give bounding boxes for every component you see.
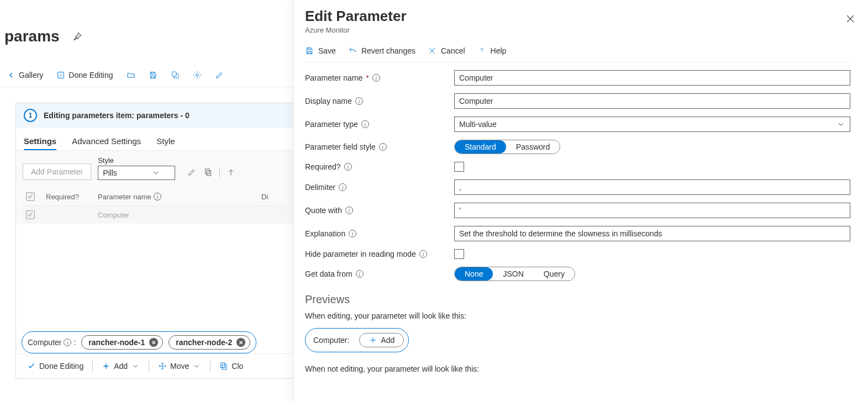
separator	[210, 361, 211, 372]
settings-top-button[interactable]	[191, 68, 204, 82]
preview-add-button[interactable]: Add	[359, 333, 404, 347]
tab-advanced-settings[interactable]: Advanced Settings	[72, 133, 141, 150]
row-action-icons	[186, 167, 236, 180]
param-name-input[interactable]	[454, 70, 850, 86]
save-as-button[interactable]	[169, 68, 182, 82]
save-label: Save	[318, 46, 336, 55]
edit-row-button[interactable]	[186, 167, 197, 178]
save-button[interactable]: Save	[305, 46, 336, 55]
info-icon[interactable]: i	[154, 193, 161, 200]
save-icon	[305, 46, 314, 55]
info-icon[interactable]: i	[379, 143, 387, 151]
explanation-label: Explanation	[305, 229, 345, 238]
info-icon[interactable]: i	[372, 74, 380, 82]
grid-header: Required? Parameter name i Di	[23, 188, 287, 206]
table-row[interactable]: Computer	[23, 206, 287, 224]
save-icon	[149, 71, 157, 80]
info-icon[interactable]: i	[419, 250, 427, 258]
page-header-row: params	[0, 0, 298, 45]
add-parameter-button[interactable]: Add Parameter	[23, 163, 91, 180]
option-password[interactable]: Password	[506, 140, 560, 154]
remove-pill-button[interactable]: ✕	[236, 338, 245, 347]
delimiter-input[interactable]	[454, 179, 850, 195]
help-label: Help	[491, 46, 507, 55]
svg-rect-2	[207, 171, 211, 176]
separator	[219, 167, 220, 177]
parameters-grid: Required? Parameter name i Di Computer	[23, 188, 287, 224]
tab-style[interactable]: Style	[156, 133, 175, 150]
param-type-value: Multi-value	[459, 120, 497, 129]
done-editing-button[interactable]: Done Editing	[54, 68, 115, 82]
computer-pill-control[interactable]: Computer i: rancher-node-1 ✕ rancher-nod…	[22, 331, 256, 353]
edit-top-button[interactable]	[213, 68, 226, 82]
col-parameter-name: Parameter name	[98, 193, 151, 201]
row-checkbox[interactable]	[26, 210, 35, 219]
footer-move-label: Move	[170, 362, 189, 371]
info-icon[interactable]: i	[356, 270, 364, 278]
editor-header: 1 Editing parameters item: parameters - …	[16, 103, 293, 128]
move-icon	[158, 362, 167, 371]
open-button[interactable]	[124, 68, 138, 82]
get-data-segmented: None JSON Query	[454, 267, 575, 281]
info-icon[interactable]: i	[64, 338, 71, 346]
hide-param-checkbox[interactable]	[454, 249, 464, 259]
copy-icon	[219, 362, 228, 371]
style-field: Style Pills	[98, 156, 175, 180]
display-name-label: Display name	[305, 97, 352, 105]
info-icon[interactable]: i	[355, 97, 363, 105]
display-name-input[interactable]	[454, 93, 850, 109]
select-all-checkbox[interactable]	[26, 192, 35, 201]
info-icon[interactable]: i	[344, 163, 352, 171]
option-query[interactable]: Query	[534, 267, 575, 281]
info-icon[interactable]: i	[339, 183, 346, 191]
required-asterisk: *	[366, 73, 369, 82]
remove-pill-button[interactable]: ✕	[149, 338, 158, 347]
param-type-select[interactable]: Multi-value	[454, 117, 850, 132]
svg-point-1	[196, 74, 198, 76]
required-checkbox[interactable]	[454, 162, 464, 172]
move-up-button[interactable]	[225, 167, 236, 178]
save-button-top[interactable]	[146, 68, 160, 82]
footer-clone[interactable]: Clo	[215, 359, 248, 373]
editor-tabs: Settings Advanced Settings Style	[16, 128, 293, 151]
close-panel-button[interactable]	[841, 10, 859, 28]
copy-row-button[interactable]	[203, 167, 214, 178]
page-title: params	[4, 28, 60, 45]
chevron-down-icon	[131, 362, 140, 371]
info-icon[interactable]: i	[349, 230, 356, 237]
chevron-down-icon	[151, 168, 160, 177]
preview-editing-pill[interactable]: Computer: Add	[305, 328, 409, 352]
gallery-label: Gallery	[19, 71, 43, 80]
info-icon[interactable]: i	[361, 120, 369, 128]
pin-button[interactable]	[69, 28, 86, 45]
option-standard[interactable]: Standard	[455, 140, 506, 154]
close-icon	[428, 46, 436, 55]
cancel-button[interactable]: Cancel	[428, 46, 465, 55]
footer-move[interactable]: Move	[154, 359, 206, 373]
chevron-down-icon	[837, 120, 845, 129]
settings-toolbar: Add Parameter Style Pills	[16, 151, 293, 224]
help-icon	[477, 46, 486, 55]
help-button[interactable]: Help	[477, 46, 507, 55]
gear-icon	[193, 71, 202, 80]
svg-rect-5	[221, 363, 225, 368]
editing-hint: When editing, your parameter will look l…	[305, 311, 850, 320]
pin-icon	[72, 31, 83, 42]
gallery-button[interactable]: Gallery	[4, 68, 45, 82]
preview-add-label: Add	[381, 336, 394, 345]
option-json[interactable]: JSON	[493, 267, 533, 281]
revert-button[interactable]: Revert changes	[348, 46, 415, 55]
editor-header-title: Editing parameters item: parameters - 0	[44, 111, 190, 120]
style-select[interactable]: Pills	[98, 166, 175, 180]
option-none[interactable]: None	[455, 267, 493, 281]
quote-with-input[interactable]	[454, 203, 850, 218]
footer-add[interactable]: Add	[97, 359, 144, 373]
info-icon[interactable]: i	[345, 207, 353, 214]
panel-toolbar: Save Revert changes Cancel Help	[305, 46, 850, 62]
explanation-input[interactable]	[454, 226, 850, 241]
tab-settings[interactable]: Settings	[24, 133, 56, 150]
svg-rect-3	[206, 169, 209, 174]
footer-done-editing[interactable]: Done Editing	[23, 359, 88, 373]
arrow-left-icon	[7, 71, 15, 80]
parameter-form: Parameter name * i Display name i Parame…	[305, 70, 850, 373]
